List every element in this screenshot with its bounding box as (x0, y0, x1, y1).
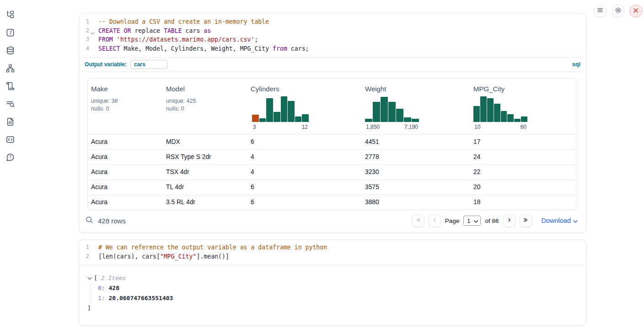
table-cell: Acura (88, 195, 163, 210)
language-badge[interactable]: sql (572, 61, 580, 68)
chevron-down-icon (474, 217, 478, 224)
column-header-make[interactable]: Make unique: 38 nulls: 0 (88, 79, 163, 130)
histogram-bar (494, 104, 500, 122)
line-number: 2 (79, 26, 89, 36)
column-header-weight[interactable]: Weight 1,850 7,190 (362, 79, 470, 130)
prev-page-button[interactable] (429, 215, 441, 227)
chevrons-left-icon (415, 217, 421, 225)
histogram-bar (288, 101, 295, 122)
histogram-bar (507, 114, 514, 122)
line-number: 4 (79, 44, 89, 53)
histogram-bar (404, 117, 411, 122)
hamburger-icon (597, 7, 603, 15)
data-table: Make unique: 38 nulls: 0 Model unique: 4… (87, 78, 578, 210)
table-cell: Acura (88, 150, 163, 164)
histogram-bar (252, 115, 259, 122)
last-page-button[interactable] (520, 215, 532, 227)
functions-icon[interactable]: f (5, 27, 15, 37)
table-cell: MDX (163, 135, 247, 149)
table-cell: TSX 4dr (163, 165, 247, 180)
histogram-bar (473, 106, 480, 122)
snippets-icon[interactable] (5, 134, 15, 144)
documentation-icon[interactable] (5, 116, 15, 127)
histogram-bar (412, 119, 419, 122)
helper-sidebar: f ? (0, 0, 20, 333)
table-body: AcuraMDX6445117AcuraRSX Type S 2dr427782… (88, 134, 577, 210)
chevron-down-icon[interactable] (87, 273, 92, 283)
help-icon[interactable]: ? (5, 152, 15, 162)
first-page-button[interactable] (412, 215, 424, 227)
histogram-bar (521, 116, 527, 122)
hist-max-label: 12 (302, 124, 308, 130)
hist-max-label: 7,190 (404, 124, 418, 130)
chevron-left-icon (432, 217, 438, 225)
column-header-cylinders[interactable]: Cylinders 3 12 (247, 79, 362, 130)
table-row[interactable]: AcuraTSX 4dr4323022 (88, 164, 577, 180)
line-number: 1 (79, 17, 89, 26)
hist-min-label: 3 (253, 124, 256, 130)
download-button[interactable]: Download (542, 217, 578, 224)
table-row[interactable]: Acura3.5 RL 4dr6388018 (88, 195, 577, 210)
table-search[interactable]: 428 rows (86, 216, 126, 226)
tree-entry-key: 1: (98, 295, 105, 301)
table-header: Make unique: 38 nulls: 0 Model unique: 4… (88, 79, 577, 134)
python-cell: 1# We can reference the output variable … (79, 239, 586, 326)
tree-entry-value: 20.060747663551403 (105, 295, 173, 301)
table-cell: 20 (470, 180, 577, 195)
code-line: 2[len(cars), cars["MPG_City"].mean()] (79, 252, 580, 261)
code-line: 3FROM 'https://datasets.marimo.app/cars.… (79, 35, 580, 44)
logs-icon[interactable] (5, 99, 15, 109)
tree-entry[interactable]: 0: 428 (98, 283, 578, 293)
page-select-value: 1 (467, 217, 470, 224)
chevron-down-icon (573, 217, 578, 224)
sql-code-editor[interactable]: 1-- Download a CSV and create an in-memo… (79, 14, 586, 58)
file-tree-icon[interactable] (5, 10, 15, 20)
output-variable-input[interactable] (130, 60, 168, 69)
output-variable-label: Output variable: (85, 61, 127, 68)
table-row[interactable]: AcuraRSX Type S 2dr4277824 (88, 149, 577, 164)
table-cell: 3230 (362, 165, 470, 180)
close-button[interactable] (629, 5, 642, 17)
column-title: MPG_City (473, 85, 577, 93)
scratchpad-icon[interactable] (5, 81, 15, 91)
tree-entry-key: 0: (98, 285, 105, 291)
python-code-editor[interactable]: 1# We can reference the output variable … (79, 240, 586, 265)
tree-entry[interactable]: 1: 20.060747663551403 (98, 293, 578, 303)
page-select[interactable]: 1 (463, 216, 481, 226)
page-total-label: of 86 (485, 217, 499, 224)
hist-min-label: 1,850 (366, 124, 380, 130)
datasources-icon[interactable] (5, 45, 15, 55)
histogram-bar (480, 96, 487, 122)
column-header-mpg-city[interactable]: MPG_City 10 60 (470, 79, 577, 130)
weight-histogram: 1,850 7,190 (365, 96, 419, 130)
menu-button[interactable] (594, 5, 606, 17)
table-row[interactable]: AcuraMDX6445117 (88, 134, 577, 149)
fold-chevron-icon[interactable] (91, 29, 95, 38)
line-number: 1 (79, 243, 89, 252)
table-row[interactable]: AcuraTL 4dr6357520 (88, 180, 577, 195)
histogram-bar (365, 119, 372, 122)
table-cell: 6 (247, 195, 362, 210)
next-page-button[interactable] (503, 215, 515, 227)
table-cell: 22 (470, 165, 577, 180)
tree-close-bracket: ] (87, 303, 578, 313)
column-title: Model (166, 85, 247, 93)
settings-button[interactable] (612, 5, 624, 17)
table-cell: TL 4dr (163, 180, 247, 195)
hist-max-label: 60 (521, 124, 526, 130)
histogram-bar (501, 111, 507, 122)
mpg-city-histogram: 10 60 (473, 96, 527, 130)
table-cell: 6 (247, 135, 362, 149)
download-label: Download (542, 217, 571, 224)
svg-text:f: f (9, 30, 12, 36)
table-cell: 3.5 RL 4dr (163, 195, 247, 210)
page-label: Page (445, 217, 460, 224)
column-header-model[interactable]: Model unique: 425 nulls: 0 (163, 79, 247, 130)
column-title: Make (91, 85, 163, 93)
table-cell: 3575 (362, 180, 470, 195)
table-cell: Acura (88, 180, 163, 195)
code-line: 2CREATE OR replace TABLE cars as (79, 26, 580, 36)
output-tree: [ 2 Items 0: 4281: 20.060747663551403 ] (79, 265, 586, 325)
table-cell: 18 (470, 195, 577, 210)
dependencies-icon[interactable] (5, 63, 15, 73)
